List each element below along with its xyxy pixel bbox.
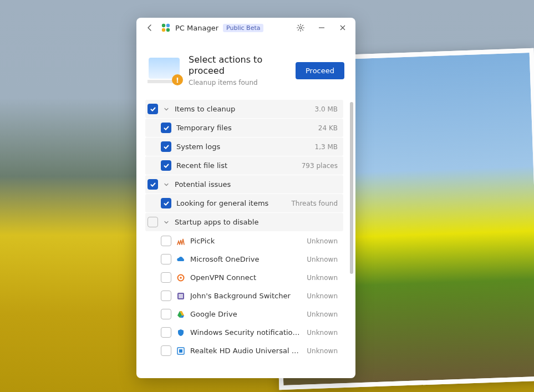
- item-label: Temporary files: [176, 124, 232, 132]
- list-item[interactable]: PicPick Unknown: [145, 232, 343, 250]
- svg-point-1: [166, 24, 170, 27]
- checkbox[interactable]: [161, 198, 171, 208]
- item-label: Google Drive: [190, 310, 237, 318]
- item-meta: 1,3 MB: [315, 143, 338, 151]
- pc-status-icon: !: [148, 58, 181, 83]
- list-item[interactable]: Windows Security notification ... Unknow…: [145, 323, 343, 342]
- item-label: Looking for general items: [176, 199, 268, 207]
- list-item[interactable]: John's Background Switcher Unknown: [145, 287, 343, 305]
- list-item[interactable]: Looking for general items Threats found: [145, 194, 343, 212]
- item-meta: Unknown: [307, 256, 338, 263]
- group-label: Startup apps to disable: [175, 218, 258, 226]
- item-label: PicPick: [190, 237, 215, 245]
- list-item[interactable]: Google Drive Unknown: [145, 305, 343, 323]
- item-label: OpenVPN Connect: [190, 273, 256, 282]
- picpick-icon: [176, 237, 185, 246]
- checkbox[interactable]: [161, 236, 171, 246]
- svg-point-7: [180, 277, 182, 279]
- checkbox[interactable]: [161, 272, 171, 283]
- item-meta: Unknown: [307, 347, 338, 355]
- openvpn-icon: [176, 273, 185, 282]
- checkbox[interactable]: [161, 309, 171, 319]
- list-item[interactable]: OpenVPN Connect Unknown: [145, 268, 343, 287]
- app-name: PC Manager: [175, 24, 218, 32]
- checkbox[interactable]: [161, 345, 171, 356]
- group-row[interactable]: Startup apps to disable: [145, 213, 343, 231]
- page-title: Select actions to proceed: [189, 54, 288, 77]
- item-meta: 793 places: [302, 162, 338, 170]
- svg-point-4: [299, 27, 302, 29]
- realtek-icon: [176, 347, 185, 355]
- item-label: Recent file list: [176, 161, 227, 170]
- checkbox[interactable]: [148, 104, 158, 114]
- group-row[interactable]: Items to cleanup 3.0 MB: [145, 100, 343, 118]
- list-item[interactable]: Temporary files 24 KB: [145, 119, 343, 137]
- checkbox[interactable]: [148, 179, 158, 190]
- close-button[interactable]: [334, 21, 351, 34]
- group-label: Potential issues: [175, 180, 231, 189]
- chevron-down-icon: [163, 181, 170, 188]
- header-section: ! Select actions to proceed Cleanup item…: [136, 38, 355, 100]
- list-item[interactable]: Microsoft OneDrive Unknown: [145, 250, 343, 268]
- item-meta: Unknown: [307, 329, 338, 337]
- page-subtitle: Cleanup items found: [189, 79, 288, 86]
- checkbox[interactable]: [161, 123, 171, 133]
- app-window: PC Manager Public Beta ! Select actions …: [136, 18, 355, 378]
- back-button[interactable]: [143, 21, 156, 34]
- item-meta: 24 KB: [318, 124, 338, 132]
- checkbox[interactable]: [161, 291, 171, 301]
- svg-point-2: [162, 28, 165, 32]
- checkbox[interactable]: [148, 217, 158, 227]
- app-logo-icon: [161, 23, 171, 33]
- group-label: Items to cleanup: [175, 105, 235, 113]
- scrollbar[interactable]: [350, 102, 353, 274]
- cleanup-list: Items to cleanup 3.0 MB Temporary files …: [136, 100, 355, 378]
- settings-button[interactable]: [292, 21, 309, 34]
- item-meta: Unknown: [307, 310, 338, 318]
- gdrive-icon: [176, 310, 185, 319]
- svg-rect-11: [179, 349, 182, 353]
- group-meta: 3.0 MB: [315, 105, 338, 113]
- item-label: Realtek HD Audio Universal Se...: [190, 347, 302, 355]
- titlebar: PC Manager Public Beta: [136, 18, 355, 38]
- svg-point-0: [162, 24, 165, 27]
- item-meta: Unknown: [307, 237, 338, 245]
- checkbox[interactable]: [161, 254, 171, 264]
- list-item[interactable]: Realtek HD Audio Universal Se... Unknown: [145, 342, 343, 360]
- jbs-icon: [176, 292, 185, 301]
- onedrive-icon: [176, 255, 185, 264]
- item-label: Windows Security notification ...: [190, 328, 302, 337]
- group-row[interactable]: Potential issues: [145, 175, 343, 194]
- chevron-down-icon: [163, 219, 170, 226]
- item-label: Microsoft OneDrive: [190, 255, 259, 263]
- checkbox[interactable]: [161, 327, 171, 338]
- list-item[interactable]: Recent file list 793 places: [145, 156, 343, 175]
- list-item[interactable]: System logs 1,3 MB: [145, 138, 343, 156]
- proceed-button[interactable]: Proceed: [296, 62, 344, 79]
- chevron-down-icon: [163, 106, 170, 113]
- item-meta: Threats found: [291, 200, 338, 207]
- svg-rect-9: [179, 294, 183, 298]
- item-label: System logs: [176, 142, 220, 151]
- shield-icon: [176, 328, 185, 337]
- item-meta: Unknown: [307, 274, 338, 282]
- item-label: John's Background Switcher: [190, 292, 291, 300]
- checkbox[interactable]: [161, 160, 171, 171]
- checkbox[interactable]: [161, 141, 171, 152]
- minimize-button[interactable]: [313, 21, 330, 34]
- beta-badge: Public Beta: [223, 24, 263, 32]
- svg-point-3: [166, 28, 170, 32]
- item-meta: Unknown: [307, 292, 338, 300]
